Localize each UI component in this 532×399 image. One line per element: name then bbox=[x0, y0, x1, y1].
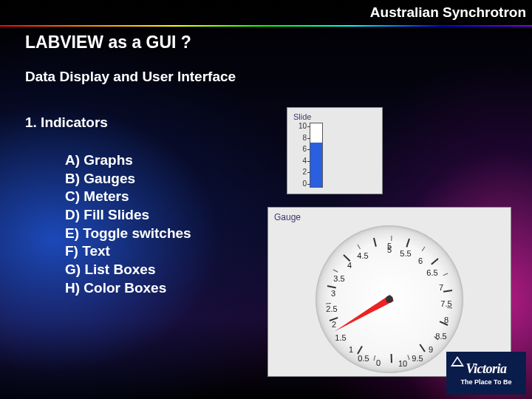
logo-name: Victoria bbox=[466, 361, 506, 377]
gauge-tick-label: 7.5 bbox=[440, 299, 451, 308]
gauge-tick-label: 5 bbox=[387, 245, 392, 254]
slide-title: LABVIEW as a GUI ? bbox=[25, 33, 520, 52]
gauge-tick-label: 10 bbox=[398, 359, 407, 368]
header-bar: Australian Synchrotron bbox=[0, 0, 532, 25]
gauge-hub bbox=[386, 296, 393, 303]
gauge-tick bbox=[406, 239, 410, 248]
tick-label: 2 bbox=[293, 168, 307, 176]
section-heading: 1. Indicators bbox=[25, 115, 520, 131]
gauge-tick-label: 4 bbox=[347, 261, 352, 270]
fill-slide-fill bbox=[310, 143, 322, 187]
gauge-tick bbox=[420, 344, 426, 352]
tick-label: 8 bbox=[293, 134, 307, 142]
gauge-tick bbox=[443, 273, 448, 276]
gauge-tick-label: 1 bbox=[349, 345, 353, 354]
tick-label: 10 bbox=[293, 123, 307, 130]
gauge-tick-label: 8.5 bbox=[435, 332, 446, 341]
gauge-tick bbox=[407, 355, 409, 360]
rainbow-divider bbox=[0, 25, 532, 27]
gauge-tick-label: 4.5 bbox=[357, 251, 368, 260]
gauge-tick-label: 1.5 bbox=[335, 333, 346, 342]
gauge-tick-label: 3.5 bbox=[333, 274, 344, 283]
victoria-logo: Victoria The Place To Be bbox=[446, 352, 526, 395]
fill-slide-track[interactable] bbox=[310, 123, 323, 188]
gauge-tick-label: 6 bbox=[418, 256, 423, 265]
logo-tagline: The Place To Be bbox=[461, 378, 512, 386]
gauge-tick bbox=[422, 246, 426, 250]
gauge-tick bbox=[358, 244, 361, 249]
tick-label: 0 bbox=[293, 180, 307, 188]
gauge-tick bbox=[431, 258, 438, 265]
gauge-tick bbox=[391, 354, 392, 363]
tick-label: 4 bbox=[293, 157, 307, 165]
gauge-tick-label: 9.5 bbox=[412, 354, 423, 363]
gauge-tick bbox=[373, 237, 377, 246]
victoria-triangle-icon bbox=[451, 356, 464, 366]
slide-ticks: 10 8 6 4 2 0 bbox=[293, 123, 307, 188]
brand-text: Australian Synchrotron bbox=[370, 4, 526, 21]
slide-subtitle: Data Display and User Interface bbox=[25, 69, 520, 85]
gauge-tick-label: 0 bbox=[376, 358, 381, 367]
widget-label: Gauge bbox=[274, 212, 505, 222]
gauge-tick bbox=[391, 236, 392, 241]
gauge-tick-label: 8 bbox=[444, 316, 449, 324]
gauge-tick-label: 9 bbox=[429, 345, 433, 354]
gauge-tick-label: 5.5 bbox=[400, 249, 411, 258]
gauge-tick-label: 2 bbox=[332, 320, 336, 329]
gauge-tick bbox=[443, 290, 452, 293]
fill-slide-widget: Slide 10 8 6 4 2 0 bbox=[287, 107, 383, 194]
widget-label: Slide bbox=[293, 112, 376, 121]
tick-label: 6 bbox=[293, 146, 307, 153]
gauge-tick bbox=[327, 285, 336, 288]
gauge-tick-label: 7 bbox=[439, 283, 443, 292]
gauge-tick-label: 0.5 bbox=[358, 354, 369, 363]
gauge-dial[interactable]: 5 00.511.522.533.544.555.566.577.588.599… bbox=[316, 225, 463, 373]
gauge-tick-label: 3 bbox=[331, 289, 335, 298]
gauge-tick-label: 2.5 bbox=[326, 304, 337, 313]
gauge-tick-label: 6.5 bbox=[426, 268, 437, 277]
gauge-tick bbox=[333, 269, 338, 272]
